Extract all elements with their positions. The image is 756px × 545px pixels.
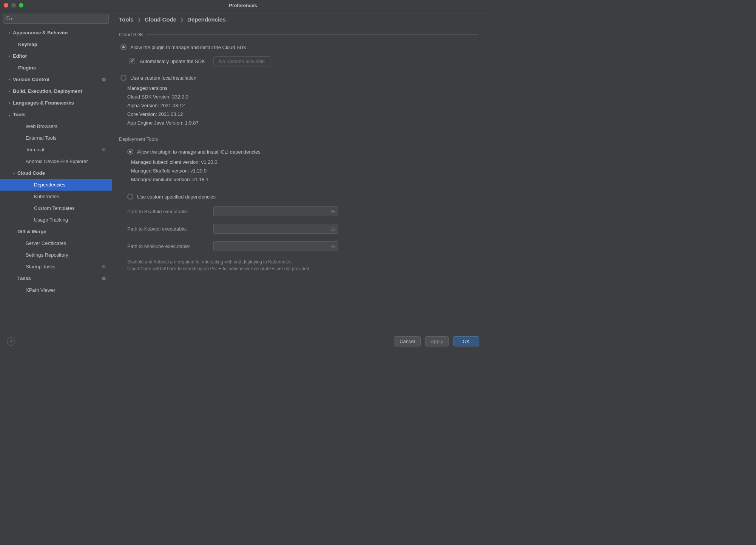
tree-item-diff-merge[interactable]: ›Diff & Merge	[0, 226, 112, 237]
info-text: Cloud SDK Version: 332.0.0	[127, 94, 478, 100]
section-deployment: Deployment Tools	[119, 136, 478, 142]
tree-label: Android Device File Explorer	[26, 159, 112, 164]
svg-point-0	[6, 17, 9, 20]
tree-label: XPath Viewer	[26, 287, 112, 293]
breadcrumb-item[interactable]: Cloud Code	[145, 16, 176, 23]
breadcrumb-item[interactable]: Tools	[119, 16, 134, 23]
radio-custom-sdk[interactable]	[120, 75, 127, 81]
tree-item-languages-frameworks[interactable]: ›Languages & Frameworks	[0, 97, 112, 109]
tree-label: Plugins	[18, 65, 112, 71]
tree-item-settings-repository[interactable]: Settings Repository	[0, 249, 112, 261]
cancel-button[interactable]: Cancel	[394, 336, 420, 346]
folder-icon[interactable]: 🗁	[330, 226, 335, 232]
tree-item-server-certificates[interactable]: Server Certificates	[0, 237, 112, 249]
tree-item-web-browsers[interactable]: Web Browsers	[0, 120, 112, 132]
tree-item-xpath-viewer[interactable]: XPath Viewer	[0, 284, 112, 296]
tree-item-editor[interactable]: ›Editor	[0, 50, 112, 62]
folder-icon[interactable]: 🗁	[330, 243, 335, 249]
skaffold-path-input[interactable]: 🗁	[213, 206, 338, 216]
tree-item-external-tools[interactable]: External Tools	[0, 132, 112, 144]
tree-item-custom-templates[interactable]: Custom Templates	[0, 202, 112, 214]
chevron-right-icon: ❯	[137, 17, 141, 22]
apply-button[interactable]: Apply	[425, 336, 449, 346]
info-text: Managed kubectl client version: v1.20.0	[131, 159, 478, 165]
tree-item-tasks[interactable]: ›Tasks⧉	[0, 272, 112, 284]
tree-label: Tasks	[17, 276, 102, 281]
kubectl-path-input[interactable]: 🗁	[213, 224, 338, 234]
section-title: Cloud SDK	[119, 32, 143, 37]
tree-item-dependencies[interactable]: Dependencies	[0, 179, 112, 191]
info-text: App Engine Java Version: 1.9.87	[127, 120, 478, 126]
tree-item-android-device-file-explorer[interactable]: Android Device File Explorer	[0, 155, 112, 167]
sidebar: ▾ ›Appearance & Behavior Keymap›Editor P…	[0, 11, 112, 332]
tree-item-build-execution-deployment[interactable]: ›Build, Execution, Deployment	[0, 85, 112, 97]
tree-label: Editor	[13, 53, 112, 59]
radio-custom-cli[interactable]	[127, 194, 133, 200]
minikube-path-input[interactable]: 🗁	[213, 241, 338, 251]
tree-item-cloud-code[interactable]: ⌄Cloud Code	[0, 167, 112, 179]
project-scope-icon: ⧉	[102, 77, 106, 82]
tree-label: External Tools	[26, 135, 112, 141]
checkbox-auto-update[interactable]	[130, 59, 135, 64]
section-cloud-sdk: Cloud SDK	[119, 32, 478, 37]
tree-label: Web Browsers	[26, 123, 112, 129]
tree-label: Kubernetes	[34, 194, 112, 199]
chevron-right-icon: ›	[11, 276, 17, 280]
titlebar: Preferences	[0, 0, 486, 11]
checkbox-label: Automatically update the SDK	[140, 59, 205, 64]
chevron-right-icon: ›	[7, 31, 12, 35]
tree-label: Dependencies	[34, 182, 112, 188]
folder-icon[interactable]: 🗁	[330, 209, 335, 214]
tree-item-startup-tasks[interactable]: Startup Tasks⧉	[0, 261, 112, 272]
search-input[interactable]: ▾	[3, 14, 109, 24]
help-button[interactable]: ?	[7, 337, 15, 346]
chevron-right-icon: ›	[7, 77, 12, 82]
project-scope-icon: ⧉	[102, 264, 106, 269]
main-panel: Tools ❯ Cloud Code ❯ Dependencies Cloud …	[112, 11, 486, 332]
info-text: Managed versions	[127, 85, 478, 91]
chevron-down-icon: ⌄	[7, 112, 12, 117]
tree-item-tools[interactable]: ⌄Tools	[0, 109, 112, 120]
tree-label: Languages & Frameworks	[13, 100, 112, 106]
project-scope-icon: ⧉	[102, 276, 106, 281]
svg-line-1	[9, 19, 10, 20]
tree-label: Custom Templates	[34, 205, 112, 211]
tree-label: Tools	[13, 112, 112, 117]
chevron-down-icon: ⌄	[11, 171, 17, 175]
tree-item-terminal[interactable]: Terminal⧉	[0, 144, 112, 155]
note-text: Skaffold and Kubectl are required for in…	[127, 259, 478, 272]
check-updates-button[interactable]: No updates available	[213, 56, 270, 66]
path-label: Path to Kubectl executable:	[127, 226, 207, 232]
tree-item-keymap[interactable]: Keymap	[0, 38, 112, 50]
tree-label: Version Control	[13, 77, 102, 82]
breadcrumb: Tools ❯ Cloud Code ❯ Dependencies	[119, 16, 478, 23]
tree-item-kubernetes[interactable]: Kubernetes	[0, 191, 112, 202]
project-scope-icon: ⧉	[102, 147, 106, 152]
tree-label: Terminal	[26, 147, 102, 152]
settings-tree: ›Appearance & Behavior Keymap›Editor Plu…	[0, 27, 112, 332]
tree-item-plugins[interactable]: Plugins	[0, 62, 112, 74]
path-label: Path to Minikube executable:	[127, 243, 207, 249]
footer: ? Cancel Apply OK	[0, 332, 486, 351]
tree-label: Keymap	[18, 42, 112, 47]
tree-item-usage-tracking[interactable]: Usage Tracking	[0, 214, 112, 226]
chevron-right-icon: ›	[7, 54, 12, 58]
ok-button[interactable]: OK	[453, 336, 479, 346]
search-icon	[6, 16, 11, 22]
tree-item-appearance-behavior[interactable]: ›Appearance & Behavior	[0, 27, 112, 38]
radio-manage-sdk[interactable]	[120, 44, 127, 50]
chevron-right-icon: ›	[11, 229, 17, 234]
tree-label: Diff & Merge	[17, 229, 112, 234]
radio-label: Use custom specified dependencies	[137, 194, 216, 200]
tree-item-version-control[interactable]: ›Version Control⧉	[0, 74, 112, 85]
info-text: Managed Skaffold version: v1.20.0	[131, 168, 478, 174]
chevron-right-icon: ›	[7, 89, 12, 93]
window-title: Preferences	[0, 3, 486, 8]
radio-manage-cli[interactable]	[127, 149, 133, 155]
radio-label: Allow the plugin to manage and install t…	[130, 45, 247, 50]
tree-label: Settings Repository	[26, 252, 112, 258]
breadcrumb-item: Dependencies	[187, 16, 226, 23]
tree-label: Usage Tracking	[34, 217, 112, 223]
chevron-right-icon: ❯	[180, 17, 184, 22]
info-text: Managed minikube version: v1.18.1	[131, 177, 478, 182]
